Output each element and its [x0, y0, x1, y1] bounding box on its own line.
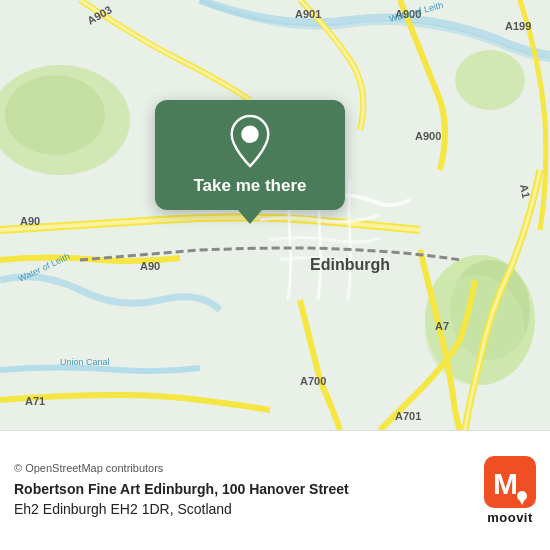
svg-text:M: M	[493, 467, 518, 500]
moovit-icon: M	[484, 456, 536, 508]
svg-text:Edinburgh: Edinburgh	[310, 256, 390, 273]
location-pin-icon	[226, 114, 274, 168]
callout-label: Take me there	[193, 176, 306, 196]
svg-text:A7: A7	[435, 320, 449, 332]
svg-text:Union Canal: Union Canal	[60, 357, 110, 367]
location-name: Robertson Fine Art Edinburgh, 100 Hanove…	[14, 480, 472, 500]
footer-bar: © OpenStreetMap contributors Robertson F…	[0, 430, 550, 550]
map-area: A903 A901 A900 A199 A900 A1 A90 A90 A700…	[0, 0, 550, 430]
moovit-logo: M moovit	[484, 456, 536, 525]
svg-text:A701: A701	[395, 410, 421, 422]
svg-point-6	[455, 50, 525, 110]
svg-text:A901: A901	[295, 8, 321, 20]
location-address: Eh2 Edinburgh EH2 1DR, Scotland	[14, 500, 472, 520]
svg-text:A71: A71	[25, 395, 45, 407]
svg-text:A90: A90	[140, 260, 160, 272]
footer-text-block: © OpenStreetMap contributors Robertson F…	[14, 462, 472, 519]
moovit-wordmark: moovit	[487, 510, 533, 525]
svg-text:A700: A700	[300, 375, 326, 387]
svg-text:A900: A900	[415, 130, 441, 142]
svg-text:A90: A90	[20, 215, 40, 227]
map-background: A903 A901 A900 A199 A900 A1 A90 A90 A700…	[0, 0, 550, 430]
navigation-callout[interactable]: Take me there	[155, 100, 345, 210]
openstreetmap-credit: © OpenStreetMap contributors	[14, 462, 472, 474]
svg-text:A199: A199	[505, 20, 531, 32]
svg-text:A1: A1	[518, 183, 532, 199]
svg-point-23	[241, 126, 258, 143]
svg-point-5	[5, 75, 105, 155]
